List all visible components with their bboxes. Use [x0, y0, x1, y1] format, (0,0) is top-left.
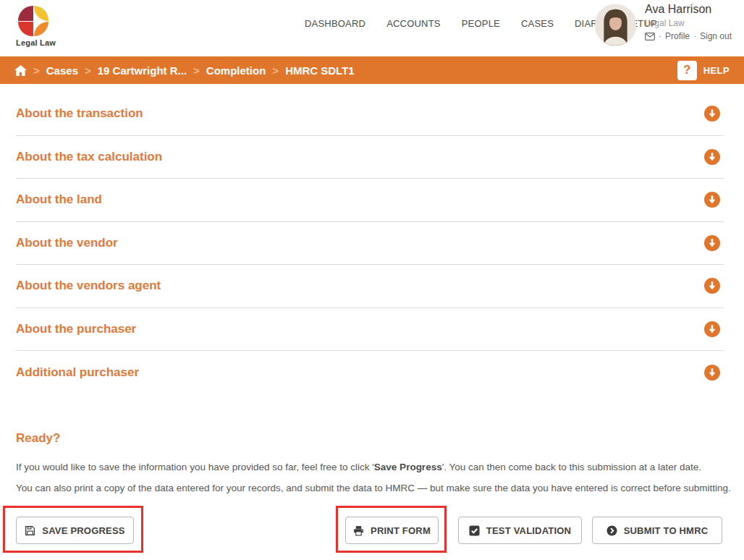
logo-flower-icon	[18, 6, 48, 36]
submit-to-hmrc-button[interactable]: SUBMIT TO HMRC	[592, 517, 722, 544]
accordion-row-purchaser[interactable]: About the purchaser	[16, 308, 724, 352]
breadcrumb-separator: >	[272, 64, 279, 77]
breadcrumb-current: HMRC SDLT1	[285, 64, 355, 77]
accordion-title: About the vendor	[16, 236, 118, 250]
arrow-circle-down-icon[interactable]	[704, 278, 720, 294]
accordion-title: About the tax calculation	[16, 150, 162, 164]
brand-logo[interactable]: Legal Law	[16, 6, 51, 47]
header: Legal Law DASHBOARD ACCOUNTS PEOPLE CASE…	[0, 0, 744, 56]
signout-link[interactable]: Sign out	[700, 31, 732, 41]
accordion-row-transaction[interactable]: About the transaction	[16, 93, 724, 136]
user-info: Ava Harrison Legal Law · Profile · Sign …	[645, 2, 732, 41]
home-icon[interactable]	[14, 65, 27, 76]
accordion-row-vendors-agent[interactable]: About the vendors agent	[16, 265, 724, 308]
breadcrumb: > Cases > 19 Cartwright R... > Completio…	[14, 64, 355, 77]
breadcrumb-separator: >	[193, 64, 200, 77]
avatar[interactable]	[595, 4, 636, 46]
brand-name: Legal Law	[16, 38, 51, 47]
avatar-photo	[595, 4, 636, 46]
button-label: PRINT FORM	[371, 525, 431, 536]
breadcrumb-completion[interactable]: Completion	[206, 64, 266, 77]
print-form-button[interactable]: PRINT FORM	[345, 517, 439, 544]
arrow-circle-down-icon[interactable]	[704, 106, 720, 122]
button-label: SUBMIT TO HMRC	[624, 525, 709, 536]
ready-heading: Ready?	[16, 431, 60, 446]
accordion-title: About the purchaser	[16, 322, 136, 336]
user-links: · Profile · Sign out	[645, 31, 732, 41]
nav-item-accounts[interactable]: ACCOUNTS	[386, 18, 441, 29]
arrow-circle-down-icon[interactable]	[704, 321, 720, 337]
accordion-list: About the transaction About the tax calc…	[16, 93, 724, 394]
accordion-row-vendor[interactable]: About the vendor	[16, 222, 724, 266]
accordion-row-land[interactable]: About the land	[16, 179, 724, 222]
accordion-title: About the transaction	[16, 106, 143, 121]
breadcrumb-separator: >	[85, 64, 91, 77]
button-label: TEST VALIDATION	[486, 525, 571, 536]
floppy-disk-icon	[25, 525, 35, 536]
accordion-title: About the vendors agent	[16, 279, 161, 293]
breadcrumb-case[interactable]: 19 Cartwright R...	[98, 64, 187, 77]
breadcrumb-bar: > Cases > 19 Cartwright R... > Completio…	[0, 56, 744, 84]
save-info-paragraph: If you would like to save the informatio…	[16, 461, 732, 474]
save-progress-button[interactable]: SAVE PROGRESS	[16, 517, 134, 544]
accordion-row-additional-purchaser[interactable]: Additional purchaser	[16, 351, 724, 394]
save-progress-emphasis: Save Progress	[374, 462, 442, 472]
nav-item-dashboard[interactable]: DASHBOARD	[305, 18, 365, 29]
user-name: Ava Harrison	[645, 2, 732, 17]
nav-item-people[interactable]: PEOPLE	[462, 18, 500, 29]
test-validation-button[interactable]: TEST VALIDATION	[458, 517, 582, 544]
accordion-row-tax-calculation[interactable]: About the tax calculation	[16, 136, 724, 179]
help-label: HELP	[703, 65, 730, 76]
print-submit-paragraph: You can also print a copy of the data en…	[16, 482, 732, 495]
arrow-circle-down-icon[interactable]	[704, 365, 720, 381]
user-org: Legal Law	[645, 18, 732, 28]
help-button[interactable]: ? HELP	[677, 61, 730, 80]
printer-icon	[353, 525, 364, 536]
button-label: SAVE PROGRESS	[42, 525, 124, 536]
arrow-circle-down-icon[interactable]	[704, 235, 720, 251]
breadcrumb-cases[interactable]: Cases	[46, 64, 78, 77]
check-square-icon	[469, 525, 480, 536]
arrow-circle-down-icon[interactable]	[704, 192, 720, 208]
accordion-title: About the land	[16, 192, 102, 207]
arrow-circle-down-icon[interactable]	[704, 149, 720, 165]
profile-link[interactable]: Profile	[665, 31, 690, 41]
nav-item-cases[interactable]: CASES	[521, 18, 554, 29]
question-mark-icon: ?	[677, 61, 697, 80]
page: Legal Law DASHBOARD ACCOUNTS PEOPLE CASE…	[0, 0, 744, 560]
breadcrumb-separator: >	[33, 64, 40, 77]
envelope-icon[interactable]	[645, 33, 655, 41]
arrow-circle-right-icon	[606, 525, 617, 536]
accordion-title: Additional purchaser	[16, 365, 139, 380]
